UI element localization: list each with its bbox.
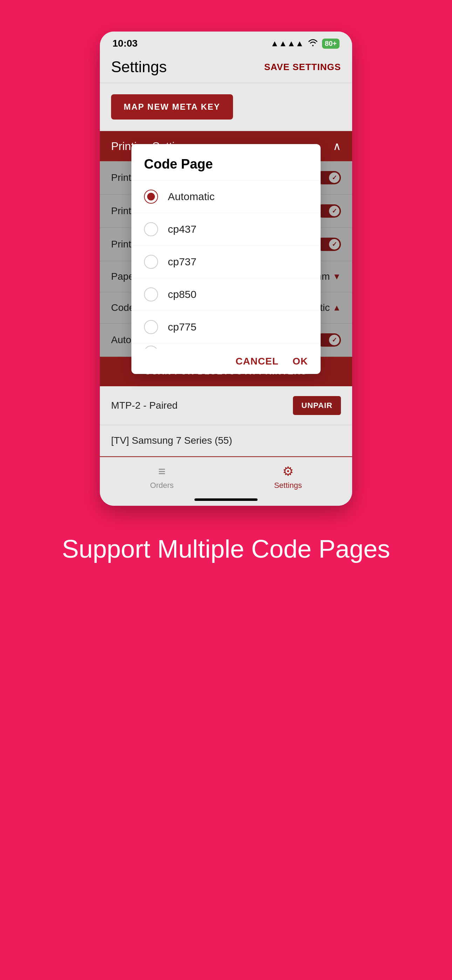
bottom-marketing-text: Support Multiple Code Pages (41, 534, 411, 564)
radio-cp852[interactable] (144, 345, 158, 349)
app-header: Settings SAVE SETTINGS (100, 52, 352, 83)
radio-cp437[interactable] (144, 222, 158, 236)
battery-display: 80+ (322, 38, 339, 49)
dialog-overlay: Code Page Automatic cp437 cp73 (100, 161, 352, 357)
paired-device-name: MTP-2 - Paired (111, 400, 178, 411)
option-automatic-label: Automatic (168, 191, 215, 203)
radio-inner-icon (147, 193, 155, 200)
settings-icon: ⚙ (282, 464, 294, 479)
page-title: Settings (111, 58, 167, 76)
option-cp737[interactable]: cp737 (131, 246, 321, 278)
wifi-icon (308, 38, 318, 48)
nav-settings[interactable]: ⚙ Settings (274, 464, 302, 490)
chevron-up-icon: ∧ (333, 140, 341, 153)
dialog-title: Code Page (131, 157, 321, 180)
orders-label: Orders (150, 481, 173, 490)
radio-cp850[interactable] (144, 287, 158, 301)
settings-list: Print Bi ✓ Print Sl ✓ Print Ba ✓ Paper W… (100, 161, 352, 357)
status-bar: 10:03 ▲▲▲▲ 80+ (100, 32, 352, 52)
code-page-dialog: Code Page Automatic cp437 cp73 (131, 144, 321, 374)
paired-device-item: MTP-2 - Paired UNPAIR (100, 386, 352, 425)
orders-icon: ≡ (158, 464, 166, 479)
nav-orders[interactable]: ≡ Orders (150, 464, 173, 490)
phone-frame: 10:03 ▲▲▲▲ 80+ Settings SAVE SETTINGS MA… (100, 32, 352, 506)
settings-label: Settings (274, 481, 302, 490)
unpair-button[interactable]: UNPAIR (293, 396, 341, 415)
other-device-item[interactable]: [TV] Samsung 7 Series (55) (100, 425, 352, 457)
dialog-options: Automatic cp437 cp737 cp850 (131, 180, 321, 349)
dialog-ok-button[interactable]: OK (293, 356, 308, 367)
meta-key-section: MAP NEW META KEY (100, 83, 352, 131)
radio-automatic[interactable] (144, 189, 158, 204)
option-cp737-label: cp737 (168, 256, 197, 268)
option-cp850[interactable]: cp850 (131, 278, 321, 311)
option-cp775-label: cp775 (168, 321, 197, 333)
map-meta-key-button[interactable]: MAP NEW META KEY (111, 94, 233, 119)
option-cp850-label: cp850 (168, 288, 197, 301)
save-settings-button[interactable]: SAVE SETTINGS (264, 62, 341, 73)
signal-icon: ▲▲▲▲ (271, 38, 304, 48)
other-device-name: [TV] Samsung 7 Series (55) (111, 435, 232, 446)
radio-cp737[interactable] (144, 255, 158, 269)
home-indicator (100, 493, 352, 506)
option-cp852[interactable]: cp852 (131, 344, 321, 349)
option-automatic[interactable]: Automatic (131, 180, 321, 213)
option-cp775[interactable]: cp775 (131, 311, 321, 344)
option-cp437-label: cp437 (168, 223, 197, 235)
bottom-nav: ≡ Orders ⚙ Settings (100, 457, 352, 493)
radio-cp775[interactable] (144, 320, 158, 334)
dialog-actions: CANCEL OK (131, 349, 321, 374)
status-icons: ▲▲▲▲ 80+ (271, 38, 339, 49)
home-bar (194, 498, 258, 501)
dialog-cancel-button[interactable]: CANCEL (236, 356, 279, 367)
option-cp852-label: cp852 (168, 347, 197, 349)
time-display: 10:03 (113, 38, 138, 49)
option-cp437[interactable]: cp437 (131, 213, 321, 246)
